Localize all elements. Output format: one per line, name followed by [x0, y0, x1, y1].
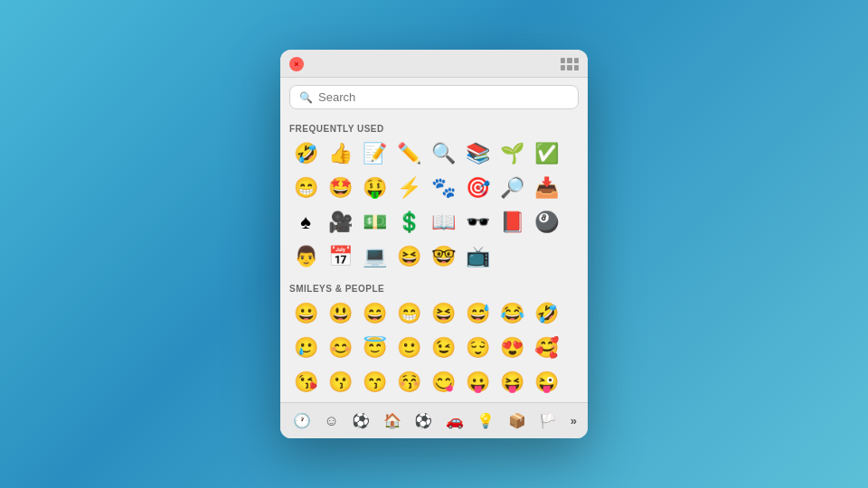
emoji-item[interactable]: 😂: [495, 297, 528, 330]
emoji-item[interactable]: 😊: [324, 332, 356, 364]
emoji-item[interactable]: 😜: [530, 366, 562, 399]
smileys-icon[interactable]: ☺️: [320, 409, 342, 433]
emoji-item[interactable]: 😝: [495, 366, 528, 399]
activities-icon[interactable]: ⚽: [410, 408, 436, 433]
emoji-item[interactable]: 😄: [358, 297, 391, 330]
grid-view-icon[interactable]: [561, 58, 579, 70]
travel-icon[interactable]: 🚗: [442, 408, 467, 433]
emoji-item[interactable]: 🤑: [358, 172, 391, 204]
emoji-item[interactable]: 📝: [358, 137, 391, 170]
emoji-item[interactable]: 💲: [392, 206, 425, 239]
emoji-item[interactable]: 🤓: [427, 240, 459, 273]
emoji-item[interactable]: 😋: [427, 366, 459, 399]
emoji-item[interactable]: 📖: [427, 206, 459, 239]
emoji-item[interactable]: 📅: [324, 240, 356, 273]
emoji-item[interactable]: 😗: [324, 366, 356, 399]
search-bar: 🔍: [280, 78, 588, 117]
flags-icon[interactable]: 🏳️: [535, 408, 561, 433]
emoji-item[interactable]: 📕: [495, 206, 528, 239]
search-input[interactable]: [318, 90, 569, 104]
symbols-icon[interactable]: 📦: [505, 408, 530, 433]
emoji-item[interactable]: ✏️: [392, 137, 425, 170]
bottom-bar: 🕐 ☺️ ⚽ 🏠 ⚽ 🚗 💡 📦 🏳️ »: [280, 402, 588, 438]
emoji-item[interactable]: 🕶️: [461, 206, 494, 239]
close-button[interactable]: ×: [289, 57, 304, 71]
emoji-item[interactable]: 🎥: [324, 206, 356, 239]
smileys-people-grid: 😀 😃 😄 😁 😆 😅 😂 🤣 🥲 😊 😇 🙂 😉 😌 😍 🥰 😘 😗 😙 😚 …: [289, 297, 579, 402]
section-label-frequently-used: FREQUENTLY USED: [289, 117, 579, 137]
frequently-used-grid: 🤣 👍 📝 ✏️ 🔍 📚 🌱 ✅ 😁 🤩 🤑 ⚡ 🐾 🎯 🔎 📥 ♠️ 🎥 💵 …: [289, 137, 579, 277]
recent-icon[interactable]: 🕐: [289, 408, 315, 433]
emoji-item[interactable]: 😙: [358, 366, 391, 399]
emoji-item[interactable]: 🌱: [495, 137, 528, 170]
emoji-item[interactable]: ✅: [530, 137, 562, 170]
emoji-item[interactable]: 🤣: [530, 297, 562, 330]
search-icon: 🔍: [299, 91, 313, 104]
emoji-item[interactable]: 😌: [461, 332, 494, 364]
emoji-item[interactable]: 🥲: [289, 332, 322, 364]
emoji-item[interactable]: 😍: [495, 332, 528, 364]
emoji-item[interactable]: ♠️: [289, 206, 322, 239]
emoji-item[interactable]: 😁: [289, 172, 322, 204]
emoji-item[interactable]: 😀: [289, 297, 322, 330]
emoji-item[interactable]: 👍: [324, 137, 356, 170]
emoji-item[interactable]: 😅: [461, 297, 494, 330]
emoji-picker-window: × 🔍 FREQUENTLY USED 🤣 👍 📝 ✏️ 🔍 📚 🌱 ✅ 😁 🤩…: [280, 50, 588, 438]
emoji-item[interactable]: 😆: [392, 240, 425, 273]
food-icon[interactable]: 🏠: [380, 408, 405, 433]
emoji-item[interactable]: 🙂: [392, 332, 425, 364]
emoji-item[interactable]: ⚡: [392, 172, 425, 204]
search-input-wrap: 🔍: [289, 85, 579, 109]
emoji-item[interactable]: 🎯: [461, 172, 494, 204]
emoji-item[interactable]: 🥰: [530, 332, 562, 364]
emoji-item[interactable]: 🎱: [530, 206, 562, 239]
emoji-item[interactable]: 😛: [461, 366, 494, 399]
emoji-item[interactable]: 📺: [461, 240, 494, 273]
emoji-item[interactable]: 💵: [358, 206, 391, 239]
emoji-item[interactable]: 😘: [289, 366, 322, 399]
emoji-item[interactable]: 🐾: [427, 172, 459, 204]
emoji-item[interactable]: 😉: [427, 332, 459, 364]
emoji-item[interactable]: 👨: [289, 240, 322, 273]
emoji-item[interactable]: 😆: [427, 297, 459, 330]
emoji-item[interactable]: 📚: [461, 137, 494, 170]
emoji-content: FREQUENTLY USED 🤣 👍 📝 ✏️ 🔍 📚 🌱 ✅ 😁 🤩 🤑 ⚡…: [280, 117, 588, 402]
animals-icon[interactable]: ⚽: [348, 408, 373, 433]
emoji-item[interactable]: 🔎: [495, 172, 528, 204]
emoji-item[interactable]: 😁: [392, 297, 425, 330]
emoji-item[interactable]: 😃: [324, 297, 356, 330]
more-icon[interactable]: »: [567, 410, 579, 431]
emoji-item[interactable]: 🔍: [427, 137, 459, 170]
title-bar: ×: [280, 50, 588, 78]
emoji-item[interactable]: 🤣: [289, 137, 322, 170]
emoji-item[interactable]: 😇: [358, 332, 391, 364]
emoji-item[interactable]: 😚: [392, 366, 425, 399]
emoji-item[interactable]: 💻: [358, 240, 391, 273]
objects-icon[interactable]: 💡: [473, 408, 498, 433]
emoji-item[interactable]: 🤩: [324, 172, 356, 204]
emoji-item[interactable]: 📥: [530, 172, 562, 204]
section-label-smileys-people: SMILEYS & PEOPLE: [289, 277, 579, 297]
